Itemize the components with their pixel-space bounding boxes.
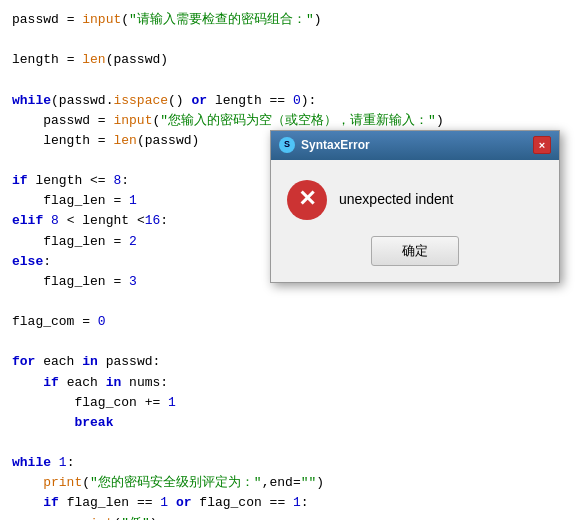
dialog-title: SyntaxError (301, 136, 370, 155)
dialog-close-button[interactable]: × (533, 136, 551, 154)
code-line-18: for each in passwd: (12, 352, 569, 372)
code-line-23: while 1: (12, 453, 569, 473)
code-line-19: if each in nums: (12, 373, 569, 393)
dialog-message: unexpected indent (339, 189, 453, 211)
code-line-24: print("您的密码安全级别评定为：",end="") (12, 473, 569, 493)
code-editor: passwd = input("请输入需要检查的密码组合：") length =… (0, 0, 581, 520)
dialog-message-row: ✕ unexpected indent (287, 180, 543, 220)
code-line-3: length = len(passwd) (12, 50, 569, 70)
dialog-titlebar-left: S SyntaxError (279, 136, 370, 155)
error-icon: ✕ (287, 180, 327, 220)
code-line-5: while(passwd.isspace() or length == 0): (12, 91, 569, 111)
code-line-20: flag_con += 1 (12, 393, 569, 413)
code-line-6: passwd = input("您输入的密码为空（或空格），请重新输入：") (12, 111, 569, 131)
code-line-16: flag_com = 0 (12, 312, 569, 332)
code-line-1: passwd = input("请输入需要检查的密码组合：") (12, 10, 569, 30)
dialog-body: ✕ unexpected indent 确定 (271, 160, 559, 282)
code-line-25: if flag_len == 1 or flag_con == 1: (12, 493, 569, 513)
dialog-titlebar: S SyntaxError × (271, 131, 559, 160)
python-icon: S (279, 137, 295, 153)
error-icon-symbol: ✕ (298, 188, 316, 210)
syntax-error-dialog: S SyntaxError × ✕ unexpected indent 确定 (270, 130, 560, 283)
dialog-ok-button[interactable]: 确定 (371, 236, 459, 266)
code-line-26: print("低") (12, 514, 569, 520)
code-line-21: break (12, 413, 569, 433)
